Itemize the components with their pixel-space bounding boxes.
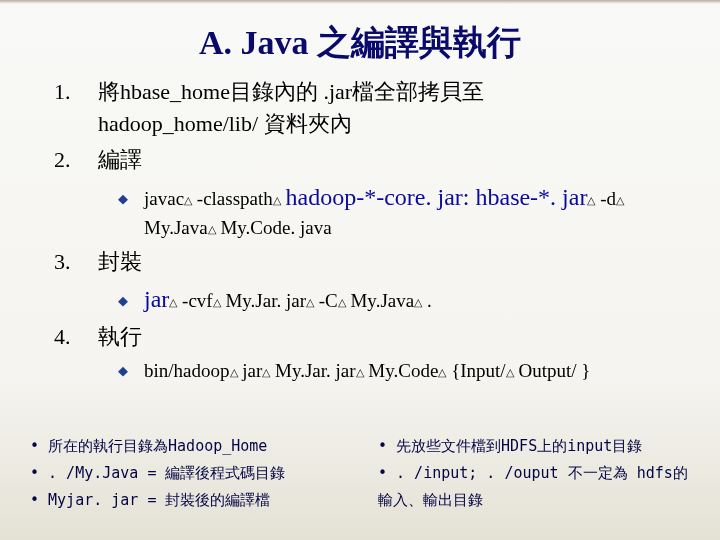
tok: -C xyxy=(319,290,338,311)
tok: My.Code xyxy=(368,360,438,381)
diamond-icon: ◆ xyxy=(118,191,128,207)
footer-line: • 先放些文件檔到HDFS上的input目錄 xyxy=(378,433,690,460)
triangle-icon: △ xyxy=(587,194,595,206)
item-3-sub: ◆ jar△ -cvf△ My.Jar. jar△ -C△ My.Java△ . xyxy=(54,282,680,317)
triangle-icon: △ xyxy=(208,223,216,235)
tok: My.Java xyxy=(350,290,414,311)
tok: My.Java xyxy=(144,217,208,238)
tok: bin/hadoop xyxy=(144,360,230,381)
item-number: 2. xyxy=(54,147,98,173)
item-number: 4. xyxy=(54,324,98,350)
triangle-icon: △ xyxy=(438,366,446,378)
footer-left: • 所在的執行目錄為Hadoop_Home • . /My.Java = 編譯後… xyxy=(30,433,342,514)
footer-line: • 所在的執行目錄為Hadoop_Home xyxy=(30,433,342,460)
footer-line: • . /My.Java = 編譯後程式碼目錄 xyxy=(30,460,342,487)
item-2: 2. 編譯 xyxy=(54,144,680,176)
tok: jar xyxy=(242,360,262,381)
footer-line: • Myjar. jar = 封裝後的編譯檔 xyxy=(30,487,342,514)
item-4: 4. 執行 xyxy=(54,321,680,353)
tok-blue: jar xyxy=(144,286,169,312)
item-3: 3. 封裝 xyxy=(54,246,680,278)
diamond-icon: ◆ xyxy=(118,363,128,379)
tok-blue: hadoop-*-core. jar: hbase-*. jar xyxy=(286,184,588,210)
code-line: javac△ -classpath△ hadoop-*-core. jar: h… xyxy=(144,180,624,242)
footer-notes: • 所在的執行目錄為Hadoop_Home • . /My.Java = 編譯後… xyxy=(0,433,720,514)
triangle-icon: △ xyxy=(262,366,270,378)
item-text: 將hbase_home目錄內的 .jar檔全部拷貝至 hadoop_home/l… xyxy=(98,76,484,140)
item-4-sub: ◆ bin/hadoop△ jar△ My.Jar. jar△ My.Code△… xyxy=(54,357,680,385)
tok: Output/ } xyxy=(518,360,590,381)
item-text: 執行 xyxy=(98,321,142,353)
diamond-icon: ◆ xyxy=(118,293,128,309)
triangle-icon: △ xyxy=(184,194,192,206)
footer-right: • 先放些文件檔到HDFS上的input目錄 • . /input; . /ou… xyxy=(378,433,690,514)
triangle-icon: △ xyxy=(338,296,346,308)
code-line: bin/hadoop△ jar△ My.Jar. jar△ My.Code△ {… xyxy=(144,357,590,385)
item-text: 編譯 xyxy=(98,144,142,176)
tok: . xyxy=(427,290,432,311)
triangle-icon: △ xyxy=(213,296,221,308)
item-2-sub: ◆ javac△ -classpath△ hadoop-*-core. jar:… xyxy=(54,180,680,242)
tok: My.Jar. jar xyxy=(275,360,356,381)
triangle-icon: △ xyxy=(273,194,281,206)
tok: My.Code. java xyxy=(220,217,331,238)
item-number: 1. xyxy=(54,79,98,105)
line: 將hbase_home目錄內的 .jar檔全部拷貝至 xyxy=(98,79,484,104)
triangle-icon: △ xyxy=(616,194,624,206)
slide-body: 1. 將hbase_home目錄內的 .jar檔全部拷貝至 hadoop_hom… xyxy=(0,76,720,384)
triangle-icon: △ xyxy=(169,296,177,308)
line: hadoop_home/lib/ 資料夾內 xyxy=(98,111,352,136)
triangle-icon: △ xyxy=(230,366,238,378)
tok: -cvf xyxy=(182,290,213,311)
triangle-icon: △ xyxy=(306,296,314,308)
item-number: 3. xyxy=(54,249,98,275)
tok: My.Jar. jar xyxy=(225,290,306,311)
tok: {Input/ xyxy=(451,360,506,381)
triangle-icon: △ xyxy=(356,366,364,378)
item-text: 封裝 xyxy=(98,246,142,278)
tok: -classpath xyxy=(197,188,273,209)
tok: -d xyxy=(600,188,616,209)
triangle-icon: △ xyxy=(414,296,422,308)
code-line: jar△ -cvf△ My.Jar. jar△ -C△ My.Java△ . xyxy=(144,282,432,317)
item-1: 1. 將hbase_home目錄內的 .jar檔全部拷貝至 hadoop_hom… xyxy=(54,76,680,140)
tok: javac xyxy=(144,188,184,209)
footer-line: • . /input; . /ouput 不一定為 hdfs的輸入、輸出目錄 xyxy=(378,460,690,514)
triangle-icon: △ xyxy=(506,366,514,378)
slide-title: A. Java 之編譯與執行 xyxy=(0,0,720,76)
